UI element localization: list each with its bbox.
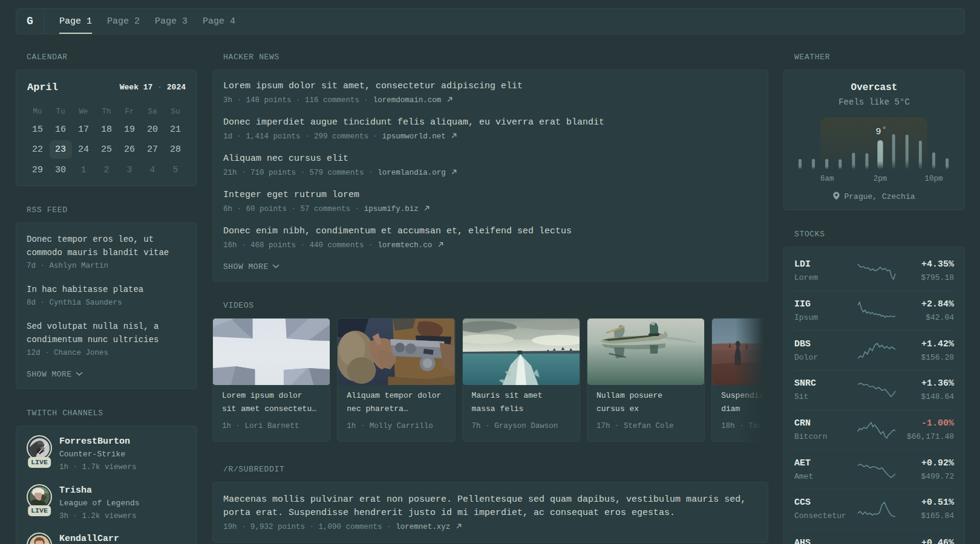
svg-text:6am: 6am bbox=[820, 175, 834, 183]
svg-text:2pm: 2pm bbox=[874, 175, 887, 183]
svg-text:9: 9 bbox=[875, 127, 881, 137]
svg-text:10pm: 10pm bbox=[924, 175, 942, 183]
